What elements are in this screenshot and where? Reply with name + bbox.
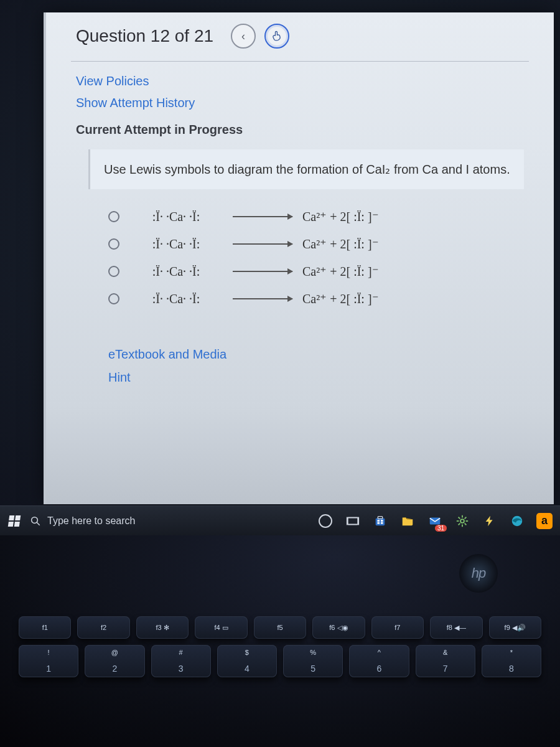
key-f7[interactable]: f7 (371, 616, 424, 639)
key-f6[interactable]: f6 ◁◉ (312, 616, 365, 639)
etextbook-link[interactable]: eTextbook and Media (46, 319, 554, 367)
quiz-page: Question 12 of 21 ‹ View Policies Show A… (44, 12, 554, 504)
next-question-button[interactable] (264, 24, 289, 49)
attempt-progress-label: Current Attempt in Progress (46, 118, 554, 146)
option-right: Ca²⁺ + 2[ :Ï: ]⁻ (302, 209, 446, 224)
hp-logo: hp (459, 554, 498, 593)
radio-icon[interactable] (108, 293, 119, 304)
key-2[interactable]: @2 (85, 645, 144, 677)
key-5[interactable]: %5 (283, 645, 343, 677)
amazon-button[interactable]: a (535, 512, 554, 530)
screen: Question 12 of 21 ‹ View Policies Show A… (0, 0, 560, 747)
task-view-button[interactable] (343, 512, 362, 530)
key-symbol: @ (111, 649, 118, 656)
key-number: 2 (112, 664, 117, 674)
key-f8[interactable]: f8 ◀— (430, 616, 482, 639)
answer-option[interactable]: :Ï· ·Ca· ·Ï: Ca²⁺ + 2[ :Ï: ]⁻ (108, 203, 524, 230)
question-header: Question 12 of 21 ‹ (46, 12, 554, 60)
key-label: f7 (394, 624, 400, 631)
divider (71, 61, 529, 62)
key-8[interactable]: *8 (482, 645, 541, 677)
svg-point-0 (32, 517, 38, 523)
edge-button[interactable] (508, 512, 526, 530)
key-3[interactable]: #3 (151, 645, 211, 677)
mail-badge: 31 (435, 525, 447, 532)
amazon-icon: a (536, 513, 553, 529)
hint-link[interactable]: Hint (46, 367, 554, 390)
edge-icon (510, 514, 524, 528)
question-nav: ‹ (231, 24, 289, 49)
answer-option[interactable]: :Ï· ·Ca· ·Ï: Ca²⁺ + 2[ :Ï: ]⁻ (108, 230, 524, 258)
question-title: Question 12 of 21 (76, 26, 213, 46)
key-1[interactable]: !1 (19, 645, 78, 677)
arrow-icon (233, 216, 292, 217)
answer-option[interactable]: :Ï· ·Ca· ·Ï: Ca²⁺ + 2[ :Ï: ]⁻ (108, 285, 524, 312)
key-number: 6 (376, 664, 381, 674)
key-7[interactable]: &7 (416, 645, 475, 677)
file-explorer-button[interactable] (398, 512, 417, 530)
store-icon (373, 514, 387, 528)
svg-rect-11 (430, 517, 441, 524)
question-prompt: Use Lewis symbols to diagram the formati… (88, 149, 524, 189)
key-6[interactable]: ^6 (349, 645, 409, 677)
fn-row: f1 f2 f3 ✻ f4 ▭ f5 f6 ◁◉ f7 f8 ◀— f9 ◀🔊 (19, 616, 541, 639)
svg-line-1 (37, 522, 40, 525)
chevron-left-icon: ‹ (241, 30, 245, 43)
svg-rect-8 (381, 520, 383, 522)
gear-icon (455, 514, 469, 528)
key-label: f6 ◁◉ (329, 624, 348, 632)
view-policies-link[interactable]: View Policies (76, 70, 524, 92)
key-number: 5 (310, 664, 315, 674)
key-f5[interactable]: f5 (254, 616, 306, 639)
show-attempt-history-link[interactable]: Show Attempt History (76, 92, 524, 114)
taskbar-search[interactable]: Type here to search (29, 515, 215, 527)
radio-icon[interactable] (108, 238, 119, 250)
key-f4[interactable]: f4 ▭ (195, 616, 247, 639)
cortana-icon (319, 514, 332, 528)
svg-line-18 (465, 523, 467, 525)
key-f2[interactable]: f2 (77, 616, 129, 639)
option-right: Ca²⁺ + 2[ :Ï: ]⁻ (302, 237, 446, 251)
svg-line-20 (465, 517, 467, 519)
radio-icon[interactable] (108, 266, 119, 277)
policy-links: View Policies Show Attempt History (46, 68, 554, 118)
arrow-icon (233, 298, 292, 299)
taskbar-search-placeholder: Type here to search (47, 515, 135, 527)
folder-icon (401, 514, 414, 528)
svg-rect-9 (377, 522, 380, 524)
start-button[interactable] (0, 515, 29, 527)
key-symbol: # (179, 649, 183, 656)
arrow-icon (233, 243, 292, 245)
bolt-icon (483, 514, 497, 528)
svg-rect-7 (377, 520, 380, 522)
number-row: !1 @2 #3 $4 %5 ^6 &7 *8 (19, 645, 541, 677)
answer-option[interactable]: :Ï· ·Ca· ·Ï: Ca²⁺ + 2[ :Ï: ]⁻ (108, 258, 524, 285)
power-button[interactable] (480, 512, 499, 530)
svg-rect-2 (348, 517, 358, 524)
key-number: 4 (245, 664, 250, 674)
prev-question-button[interactable]: ‹ (231, 24, 256, 49)
key-number: 7 (443, 664, 448, 674)
microsoft-store-button[interactable] (371, 512, 390, 530)
key-f9[interactable]: f9 ◀🔊 (489, 616, 541, 639)
mail-button[interactable]: 31 (426, 512, 444, 530)
option-left: :Ï· ·Ca· ·Ï: (129, 265, 223, 279)
key-4[interactable]: $4 (217, 645, 277, 677)
key-f3[interactable]: f3 ✻ (136, 616, 189, 639)
svg-line-17 (459, 517, 460, 519)
cortana-button[interactable] (316, 512, 335, 530)
option-right: Ca²⁺ + 2[ :Ï: ]⁻ (302, 291, 446, 306)
key-label: f8 ◀— (447, 624, 466, 632)
key-label: f1 (42, 624, 48, 631)
radio-icon[interactable] (108, 211, 119, 222)
key-symbol: $ (245, 649, 249, 656)
key-number: 8 (509, 664, 514, 674)
key-label: f9 ◀🔊 (505, 624, 526, 632)
option-right: Ca²⁺ + 2[ :Ï: ]⁻ (302, 264, 446, 279)
key-esc[interactable]: f1 (19, 616, 71, 639)
settings-button[interactable] (453, 512, 472, 530)
key-number: 3 (179, 664, 184, 674)
key-label: f3 ✻ (156, 624, 169, 632)
key-symbol: & (443, 649, 447, 656)
key-symbol: % (310, 649, 316, 656)
